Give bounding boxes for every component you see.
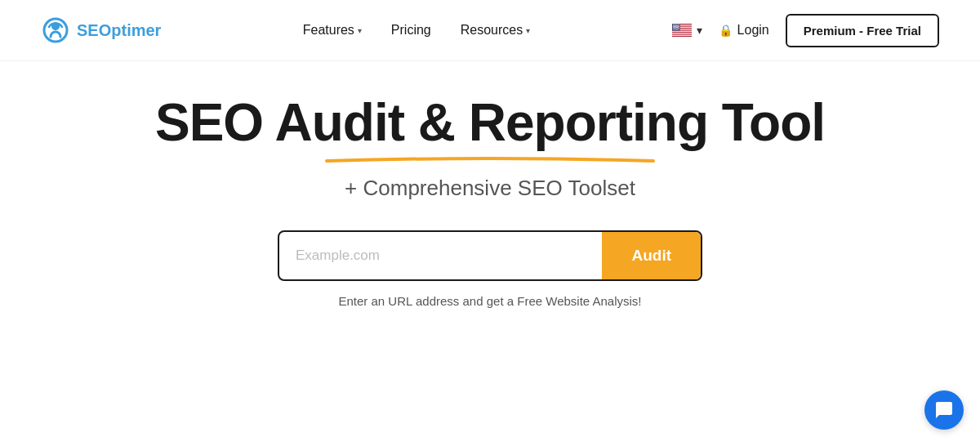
svg-point-9 [673, 25, 674, 25]
hero-section: SEO Audit & Reporting Tool + Comprehensi… [0, 61, 980, 324]
logo[interactable]: SEOptimer [41, 16, 161, 45]
svg-point-23 [675, 26, 675, 27]
svg-rect-5 [672, 33, 692, 33]
svg-point-34 [672, 28, 673, 29]
url-input[interactable] [279, 248, 602, 264]
svg-point-8 [672, 25, 673, 25]
premium-trial-button[interactable]: Premium - Free Trial [786, 14, 939, 47]
svg-point-10 [675, 25, 675, 25]
hero-subtitle: + Comprehensive SEO Toolset [345, 176, 635, 201]
main-nav: Features ▾ Pricing Resources ▾ [303, 23, 531, 38]
svg-point-14 [678, 25, 679, 25]
svg-point-35 [673, 28, 674, 29]
login-button[interactable]: 🔒 Login [719, 23, 769, 38]
svg-point-37 [675, 28, 676, 29]
svg-point-28 [673, 27, 674, 28]
svg-point-13 [677, 25, 678, 25]
svg-point-44 [675, 29, 676, 30]
nav-features[interactable]: Features ▾ [303, 23, 362, 38]
logo-text-seo: SEO [77, 21, 111, 39]
nav-pricing[interactable]: Pricing [391, 23, 431, 38]
svg-point-42 [674, 29, 675, 30]
svg-point-36 [675, 28, 675, 29]
svg-point-16 [674, 25, 675, 26]
language-selector[interactable]: ▾ [672, 24, 702, 37]
svg-point-21 [672, 26, 673, 27]
svg-point-17 [675, 25, 675, 26]
svg-rect-4 [672, 31, 692, 32]
svg-point-12 [676, 25, 677, 25]
audit-button[interactable]: Audit [602, 232, 701, 279]
title-underline [318, 154, 662, 164]
header-actions: ▾ 🔒 Login Premium - Free Trial [672, 14, 939, 47]
svg-point-18 [675, 25, 676, 26]
svg-point-33 [678, 27, 679, 28]
helper-text: Enter an URL address and get a Free Webs… [338, 294, 641, 308]
logo-text-optimer: ptimer [111, 21, 161, 39]
svg-point-46 [678, 29, 679, 30]
resources-chevron-icon: ▾ [526, 26, 530, 35]
svg-point-30 [675, 27, 675, 28]
svg-point-24 [675, 26, 676, 27]
logo-text: SEOptimer [77, 21, 161, 40]
svg-point-31 [675, 27, 676, 28]
url-search-bar: Audit [278, 230, 702, 281]
svg-point-25 [676, 26, 677, 27]
svg-point-27 [678, 26, 679, 27]
chat-button[interactable] [924, 390, 964, 430]
svg-point-19 [677, 25, 678, 26]
features-chevron-icon: ▾ [358, 26, 362, 35]
svg-point-15 [673, 25, 674, 26]
svg-point-11 [675, 25, 676, 25]
svg-point-22 [673, 26, 674, 27]
svg-point-39 [677, 28, 678, 29]
svg-rect-6 [672, 35, 692, 36]
hero-title: SEO Audit & Reporting Tool [155, 94, 825, 151]
underline-decoration [318, 154, 662, 164]
flag-icon [672, 24, 692, 37]
svg-point-29 [674, 27, 675, 28]
svg-point-45 [677, 29, 678, 30]
nav-resources[interactable]: Resources ▾ [461, 23, 530, 38]
chat-icon [934, 400, 954, 420]
svg-point-43 [675, 29, 675, 30]
svg-point-40 [678, 28, 679, 29]
svg-point-38 [676, 28, 677, 29]
svg-point-41 [673, 29, 674, 30]
logo-icon [41, 16, 70, 45]
svg-point-20 [678, 25, 679, 26]
lock-icon: 🔒 [719, 24, 733, 37]
lang-chevron: ▾ [697, 24, 702, 37]
svg-point-32 [677, 27, 678, 28]
svg-point-26 [677, 26, 678, 27]
